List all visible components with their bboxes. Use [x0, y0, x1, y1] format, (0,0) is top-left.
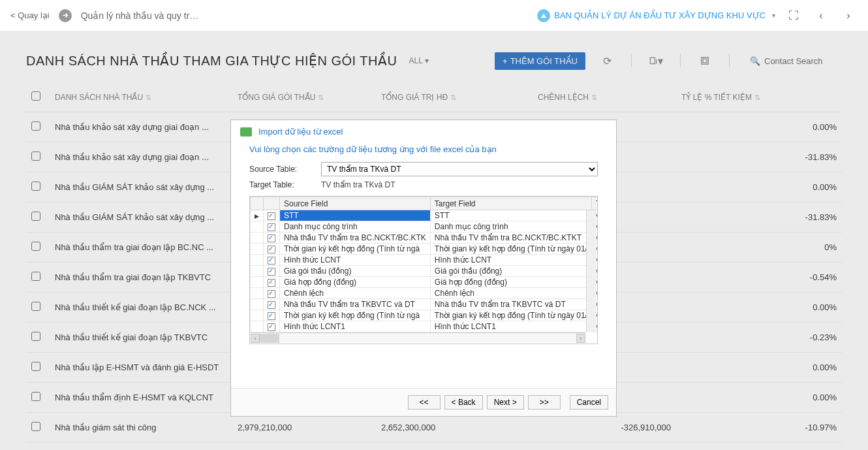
field-grid: Source Field Target Field Type Length ST… — [249, 196, 598, 344]
grid-row[interactable]: Nhà thầu TV thẩm tra TKBVTC và DTNhà thầ… — [251, 299, 598, 310]
row-pointer — [251, 288, 264, 299]
scroll-right-icon[interactable]: › — [576, 334, 585, 343]
row-check[interactable] — [264, 321, 280, 332]
share-icon[interactable] — [59, 9, 72, 22]
cell-target: Danh mục công trình — [430, 221, 591, 233]
scroll-track[interactable] — [260, 334, 576, 343]
cell-source: Giá hợp đồng (đồng) — [280, 277, 431, 288]
row-check[interactable] — [264, 210, 280, 221]
import-dialog: Import dữ liệu từ excel Vui lòng chọn cá… — [230, 120, 617, 417]
cell-source: Nhà thầu TV thẩm tra TKBVTC và DT — [280, 299, 431, 310]
row-check[interactable] — [264, 310, 280, 321]
cell-target: STT — [430, 210, 591, 221]
cell-target: Giá hợp đồng (đồng) — [430, 277, 591, 288]
cell-target: Chênh lệch — [430, 288, 591, 299]
grid-row[interactable]: Giá hợp đồng (đồng)Giá hợp đồng (đồng)va… — [251, 277, 598, 288]
row-pointer — [251, 244, 264, 255]
source-table-select[interactable]: TV thẩm tra TKvà DT — [321, 162, 598, 176]
row-pointer — [251, 210, 264, 221]
dialog-body: Source Table: TV thẩm tra TKvà DT Target… — [231, 162, 616, 388]
row-check[interactable] — [264, 255, 280, 266]
cell-source: Thời gian ký kết hợp đồng (Tính từ ngà — [280, 310, 431, 321]
scroll-thumb[interactable] — [260, 334, 279, 343]
grid-row[interactable]: Nhà thầu TV thẩm tra BC.NCKT/BC.KTKNhà t… — [251, 233, 598, 244]
row-check[interactable] — [264, 244, 280, 255]
last-button[interactable]: >> — [528, 395, 561, 410]
topbar: < Quay lại Quản lý nhà thầu và quy tr… B… — [0, 0, 868, 31]
row-pointer — [251, 310, 264, 321]
cell-target: Thời gian ký kết hợp đồng (Tính từ ngày … — [430, 244, 591, 255]
row-check[interactable] — [264, 299, 280, 310]
grid-row[interactable]: Thời gian ký kết hợp đồng (Tính từ ngàTh… — [251, 310, 598, 321]
row-pointer — [251, 255, 264, 266]
cell-source: Chênh lệch — [280, 288, 431, 299]
org-icon — [537, 9, 550, 22]
vertical-scrollbar[interactable] — [586, 210, 597, 332]
cell-source: STT — [280, 210, 431, 221]
row-pointer — [251, 233, 264, 244]
grid-header-type[interactable]: Type — [591, 197, 598, 210]
first-button[interactable]: << — [408, 395, 441, 410]
cell-target: Thời gian ký kết hợp đồng (Tính từ ngày … — [430, 310, 591, 321]
cancel-button[interactable]: Cancel — [570, 395, 608, 410]
grid-header-target[interactable]: Target Field — [430, 197, 591, 210]
row-pointer — [251, 266, 264, 277]
org-name: BAN QUẢN LÝ DỰ ÁN ĐẦU TƯ XÂY DỰNG KHU VỰ… — [554, 10, 766, 20]
page-subtitle: Quản lý nhà thầu và quy tr… — [81, 10, 199, 21]
cell-target: Hình thức LCNT1 — [430, 321, 591, 332]
row-check[interactable] — [264, 277, 280, 288]
nav-next-icon[interactable]: › — [839, 7, 858, 25]
cell-source: Giá gói thầu (đồng) — [280, 266, 431, 277]
svg-marker-0 — [541, 13, 546, 18]
grid-row[interactable]: STTSTTvarchar255 — [251, 210, 598, 221]
fullscreen-icon[interactable]: ⛶ — [784, 7, 803, 25]
back-button[interactable]: < Back — [444, 395, 483, 410]
grid-header-pointer — [251, 197, 264, 210]
cell-source: Hình thức LCNT1 — [280, 321, 431, 332]
row-pointer — [251, 299, 264, 310]
cell-target: Nhà thầu TV thẩm tra BC.NCKT/BC.KTKT — [430, 233, 591, 244]
row-check[interactable] — [264, 221, 280, 233]
grid-row[interactable]: Chênh lệchChênh lệchvarchar255 — [251, 288, 598, 299]
grid-row[interactable]: Thời gian ký kết hợp đồng (Tính từ ngàTh… — [251, 244, 598, 255]
row-check[interactable] — [264, 233, 280, 244]
row-pointer — [251, 321, 264, 332]
horizontal-scrollbar[interactable]: ‹ › — [251, 332, 585, 343]
scroll-left-icon[interactable]: ‹ — [251, 334, 260, 343]
excel-icon — [240, 127, 252, 137]
cell-source: Nhà thầu TV thẩm tra BC.NCKT/BC.KTK — [280, 233, 431, 244]
grid-header-checkbox — [264, 197, 280, 210]
row-pointer — [251, 277, 264, 288]
source-table-label: Source Table: — [249, 165, 321, 174]
cell-source: Danh mục công trình — [280, 221, 431, 233]
cell-target: Nhà thầu TV thẩm tra TKBVTC và DT — [430, 299, 591, 310]
grid-row[interactable]: Giá gói thầu (đồng)Giá gói thầu (đồng)va… — [251, 266, 598, 277]
dialog-title: Import dữ liệu từ excel — [258, 127, 343, 137]
grid-row[interactable]: Hình thức LCNTHình thức LCNTvarchar255 — [251, 255, 598, 266]
target-table-value: TV thẩm tra TKvà DT — [321, 180, 598, 189]
grid-row[interactable]: Danh mục công trìnhDanh mục công trìnhva… — [251, 221, 598, 233]
dialog-subtitle: Vui lòng chọn các trường dữ liệu tương ứ… — [231, 139, 616, 162]
org-selector[interactable]: BAN QUẢN LÝ DỰ ÁN ĐẦU TƯ XÂY DỰNG KHU VỰ… — [537, 9, 775, 22]
grid-header-source[interactable]: Source Field — [280, 197, 431, 210]
row-check[interactable] — [264, 288, 280, 299]
cell-target: Hình thức LCNT — [430, 255, 591, 266]
cell-target: Giá gói thầu (đồng) — [430, 266, 591, 277]
back-link[interactable]: < Quay lại — [10, 10, 50, 20]
dialog-footer: << < Back Next > >> Cancel — [231, 388, 616, 416]
dialog-header: Import dữ liệu từ excel — [231, 120, 616, 139]
row-check[interactable] — [264, 266, 280, 277]
row-pointer — [251, 221, 264, 233]
cell-source: Hình thức LCNT — [280, 255, 431, 266]
target-table-label: Target Table: — [249, 180, 321, 189]
next-button[interactable]: Next > — [487, 395, 524, 410]
cell-source: Thời gian ký kết hợp đồng (Tính từ ngà — [280, 244, 431, 255]
caret-down-icon: ▾ — [772, 12, 775, 19]
grid-row[interactable]: Hình thức LCNT1Hình thức LCNT1varchar255 — [251, 321, 598, 332]
nav-prev-icon[interactable]: ‹ — [812, 7, 830, 25]
